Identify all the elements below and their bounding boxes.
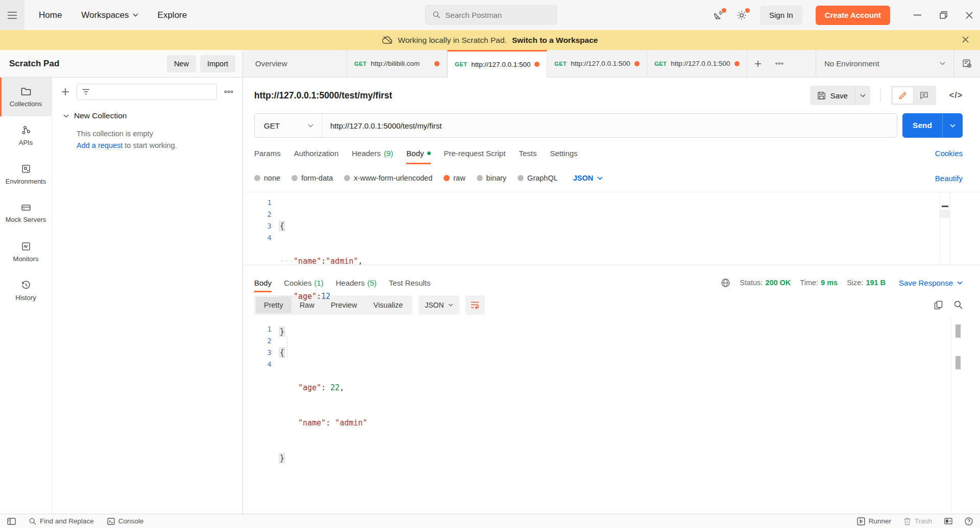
tab-request-2-active[interactable]: GET http://127.0.0.1:5000/ — [447, 50, 547, 78]
tab-authorization[interactable]: Authorization — [294, 142, 339, 164]
chevron-down-icon — [860, 94, 866, 97]
new-button[interactable]: New — [167, 55, 196, 72]
chevron-down-icon — [133, 13, 138, 17]
tab-request-3[interactable]: GET http://127.0.0.1:5000/ — [547, 50, 647, 78]
tab-request-1[interactable]: GET http://bilibili.com — [347, 50, 447, 78]
help-button[interactable] — [965, 517, 973, 525]
mode-raw[interactable]: raw — [444, 174, 465, 182]
scrollbar-thumb[interactable] — [955, 324, 961, 338]
editor-minimap[interactable] — [939, 192, 950, 265]
mode-binary[interactable]: binary — [477, 174, 507, 182]
runner-button[interactable]: Runner — [857, 517, 891, 525]
tab-params[interactable]: Params — [254, 142, 281, 164]
save-options-button[interactable] — [855, 86, 870, 105]
create-account-button[interactable]: Create Account — [816, 6, 890, 25]
raw-language-select[interactable]: JSON — [573, 174, 603, 182]
code-line: } — [280, 452, 980, 464]
collection-empty-text: This collection is empty — [77, 130, 233, 138]
add-request-link[interactable]: Add a request — [77, 141, 122, 149]
filter-text-field[interactable] — [94, 88, 211, 96]
request-tab-bar: Overview GET http://bilibili.com GET htt… — [243, 50, 980, 78]
beautify-link[interactable]: Beautify — [935, 174, 963, 183]
scrollbar-thumb[interactable] — [955, 356, 961, 369]
comment-button[interactable] — [914, 87, 935, 104]
nav-workspaces[interactable]: Workspaces — [81, 10, 138, 20]
status-bar: Find and Replace Console Runner Trash — [0, 514, 980, 528]
hamburger-menu-button[interactable] — [0, 0, 24, 30]
banner-close-button[interactable] — [962, 36, 969, 43]
collection-row[interactable]: New Collection — [63, 111, 233, 120]
banner-switch-workspace-link[interactable]: Switch to a Workspace — [512, 36, 598, 45]
nav-explore[interactable]: Explore — [158, 10, 187, 20]
tab-prerequest-script[interactable]: Pre-request Script — [444, 142, 506, 164]
import-button[interactable]: Import — [200, 55, 235, 72]
search-icon — [433, 11, 440, 19]
chevron-down-icon — [597, 177, 603, 180]
sidebar-item-mock-servers[interactable]: Mock Servers — [0, 194, 52, 233]
mode-none[interactable]: none — [254, 174, 280, 182]
sign-in-button[interactable]: Sign In — [760, 6, 802, 25]
sidebar-item-collections[interactable]: Collections — [0, 78, 52, 116]
radio-icon — [344, 175, 350, 181]
search-input[interactable] — [445, 11, 549, 19]
cloud-off-icon — [382, 36, 393, 44]
global-search[interactable] — [425, 5, 557, 24]
new-tab-button[interactable] — [747, 50, 769, 78]
top-bar: Home Workspaces Explore Sign In Create A… — [0, 0, 980, 30]
divider — [880, 89, 881, 102]
tab-headers[interactable]: Headers(9) — [352, 142, 393, 164]
window-maximize-button[interactable] — [940, 11, 947, 19]
response-body-code: { "age": 22, "name": "admin" } — [280, 323, 980, 514]
nav-home[interactable]: Home — [39, 10, 62, 20]
capture-requests-button[interactable] — [713, 10, 723, 20]
environment-quick-look-button[interactable] — [953, 50, 980, 77]
save-floppy-icon — [817, 91, 826, 100]
url-input[interactable] — [322, 114, 897, 137]
indent-guide — [287, 336, 287, 359]
collection-filter-input[interactable] — [77, 84, 217, 100]
toggle-sidebar-button[interactable] — [7, 518, 16, 525]
request-body-editor[interactable]: 1 2 3 4 { ···"name":"admin", ···"age":12… — [243, 192, 980, 265]
environment-selector[interactable]: No Environment — [816, 50, 953, 77]
activity-icon — [21, 241, 31, 252]
tab-tests[interactable]: Tests — [519, 142, 536, 164]
response-tab-test-results[interactable]: Test Results — [389, 273, 431, 292]
chevron-down-icon — [940, 62, 945, 65]
sidebar-item-environments[interactable]: Environments — [0, 155, 52, 194]
response-tab-body[interactable]: Body — [254, 273, 272, 292]
settings-button[interactable] — [737, 10, 747, 20]
response-scrollbar[interactable] — [955, 321, 961, 510]
method-select[interactable]: GET — [255, 114, 322, 137]
cookies-link[interactable]: Cookies — [935, 149, 963, 158]
banner-text: Working locally in Scratch Pad. — [398, 36, 507, 45]
trash-button[interactable]: Trash — [903, 517, 932, 525]
find-and-replace-button[interactable]: Find and Replace — [29, 517, 94, 525]
save-button[interactable]: Save — [810, 86, 855, 105]
send-button[interactable]: Send — [902, 113, 942, 138]
mode-graphql[interactable]: GraphQL — [518, 174, 558, 182]
tab-body[interactable]: Body — [406, 142, 430, 164]
code-line: ···"age":12 — [280, 291, 980, 303]
comment-icon — [920, 91, 928, 99]
sidebar-item-apis[interactable]: APIs — [0, 116, 52, 155]
tab-settings[interactable]: Settings — [550, 142, 577, 164]
sidebar-item-monitors[interactable]: Monitors — [0, 233, 52, 271]
response-tab-cookies[interactable]: Cookies(1) — [284, 273, 324, 292]
mode-form-data[interactable]: form-data — [291, 174, 333, 182]
code-snippet-button[interactable]: </> — [949, 91, 963, 100]
add-collection-button[interactable] — [61, 88, 69, 96]
tab-options-button[interactable] — [769, 50, 790, 78]
tab-request-4[interactable]: GET http://127.0.0.1:5000/ — [647, 50, 747, 78]
tab-overview[interactable]: Overview — [243, 50, 347, 78]
mode-x-www-form-urlencoded[interactable]: x-www-form-urlencoded — [344, 174, 432, 182]
response-tab-headers[interactable]: Headers(5) — [336, 273, 377, 292]
send-options-button[interactable] — [942, 113, 963, 138]
window-minimize-button[interactable] — [914, 14, 921, 16]
more-options-button[interactable] — [224, 90, 233, 93]
panel-layout-button[interactable] — [944, 518, 952, 524]
panel-layout-icon — [944, 518, 952, 524]
sidebar-item-history[interactable]: History — [0, 271, 52, 310]
window-close-button[interactable] — [966, 12, 973, 19]
console-button[interactable]: Console — [107, 517, 144, 525]
edit-mode-button[interactable] — [893, 87, 913, 104]
